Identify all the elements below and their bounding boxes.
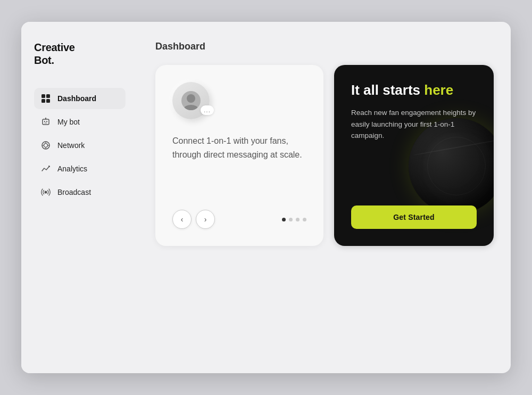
page-title: Dashboard xyxy=(155,41,494,52)
nav-menu: Dashboard My bot xyxy=(34,88,126,203)
avatar-area: ... xyxy=(172,82,210,119)
cards-row: ... Connect 1-on-1 with your fans, throu… xyxy=(155,65,494,246)
sidebar-item-my-bot-label: My bot xyxy=(57,118,80,126)
dashboard-icon xyxy=(40,93,51,104)
left-card: ... Connect 1-on-1 with your fans, throu… xyxy=(155,65,323,246)
svg-rect-6 xyxy=(46,121,47,122)
app-logo: Creative Bot. xyxy=(34,41,126,67)
broadcast-icon xyxy=(40,187,51,198)
right-card-title-part2: here xyxy=(424,82,453,98)
sidebar-item-network-label: Network xyxy=(57,141,85,150)
card-description: Connect 1-on-1 with your fans, through d… xyxy=(172,134,306,195)
bot-icon xyxy=(40,117,51,127)
main-content: Dashboard ... Connect 1-on-1 with your f… xyxy=(138,22,511,373)
svg-point-18 xyxy=(45,191,47,194)
nav-buttons: ‹ › xyxy=(172,210,215,229)
avatar-face xyxy=(181,91,201,110)
right-card-title: It all starts here xyxy=(351,82,477,98)
sidebar-item-my-bot[interactable]: My bot xyxy=(34,111,126,133)
svg-rect-0 xyxy=(41,94,45,98)
prev-button[interactable]: ‹ xyxy=(172,210,192,229)
sidebar-item-broadcast-label: Broadcast xyxy=(57,188,91,196)
sidebar-item-network[interactable]: Network xyxy=(34,135,126,156)
sidebar-item-broadcast[interactable]: Broadcast xyxy=(34,182,126,203)
sidebar-item-analytics[interactable]: Analytics xyxy=(34,158,126,179)
sidebar-item-dashboard-label: Dashboard xyxy=(57,94,96,103)
analytics-icon xyxy=(40,163,51,174)
right-card-description: Reach new fan engagement heights by easi… xyxy=(351,107,477,195)
avatar-dots: ... xyxy=(201,105,214,115)
svg-rect-4 xyxy=(43,119,49,125)
app-window: Creative Bot. Dashboard xyxy=(21,22,511,373)
svg-rect-1 xyxy=(46,94,50,98)
dot-1 xyxy=(282,218,286,221)
svg-point-11 xyxy=(44,144,48,147)
network-icon xyxy=(40,140,51,151)
sidebar-item-dashboard[interactable]: Dashboard xyxy=(34,88,126,109)
next-button[interactable]: › xyxy=(196,210,215,229)
svg-rect-3 xyxy=(46,99,50,103)
get-started-button[interactable]: Get Started xyxy=(351,205,477,229)
dot-4 xyxy=(303,218,306,221)
dot-3 xyxy=(296,218,300,221)
dot-2 xyxy=(289,218,293,221)
svg-rect-5 xyxy=(44,121,45,122)
sidebar: Creative Bot. Dashboard xyxy=(21,22,138,373)
svg-point-9 xyxy=(45,118,46,119)
card-footer: ‹ › xyxy=(172,210,306,229)
dots-indicator xyxy=(282,218,306,221)
right-card: It all starts here Reach new fan engagem… xyxy=(334,65,494,246)
sidebar-item-analytics-label: Analytics xyxy=(57,164,87,173)
svg-rect-2 xyxy=(41,99,45,103)
right-card-title-part1: It all starts xyxy=(351,82,424,98)
